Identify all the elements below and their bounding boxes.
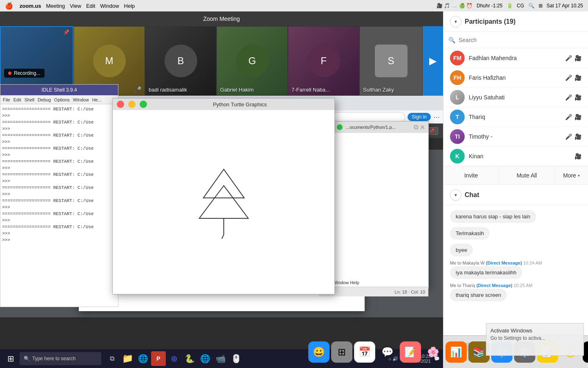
- idle-menu-file[interactable]: File: [3, 97, 10, 102]
- search-icon: 🔍: [448, 37, 455, 43]
- menu-meeting[interactable]: Meeting: [46, 3, 65, 9]
- more-btn[interactable]: More ▾: [555, 166, 588, 184]
- idle-shell-window[interactable]: IDLE Shell 3.9.4 File Edit Shell Debug O…: [0, 84, 118, 307]
- ide2-max-btn[interactable]: [337, 124, 343, 130]
- dock-finder[interactable]: 😀: [308, 341, 330, 363]
- chat-messages: karena harus siap - siap les lain Terima…: [443, 205, 588, 338]
- mic-muted-icon-thariq[interactable]: 🎤: [565, 114, 572, 120]
- participant-name-faris: Faris Hafizhan: [469, 74, 561, 81]
- thumbnail-gabriel[interactable]: G Gabriel Hakim: [216, 26, 288, 96]
- dock-launchpad[interactable]: ⊞: [331, 341, 352, 363]
- ide2-close2-btn[interactable]: ✕: [420, 123, 425, 131]
- idle-line: >>>: [2, 165, 116, 171]
- participant-list: FM Fadhlan Mahendra 🎤 🎥 FH Faris Hafizha…: [443, 48, 588, 166]
- apple-icon[interactable]: 🍎: [5, 2, 13, 10]
- dock-notes-app[interactable]: 📝: [400, 341, 421, 363]
- chat-message-1: karena harus siap - siap les lain: [450, 210, 581, 223]
- participant-name-timothy: Timothy -: [469, 133, 561, 140]
- menu-edit[interactable]: Edit: [86, 3, 95, 9]
- video-muted-icon-faris[interactable]: 🎥: [575, 74, 581, 81]
- taskbar-task-view[interactable]: ⧉: [105, 351, 119, 366]
- ide2-window[interactable]: ...ocuments/Python/1.p... ⧉ ✕ | ...ons W…: [318, 121, 429, 289]
- taskbar-explorer[interactable]: 📁: [120, 351, 135, 366]
- idle-line: ================== RESTART: C:/Use: [2, 171, 116, 178]
- turtle-max-btn[interactable]: [140, 101, 147, 108]
- menu-control[interactable]: ⊞: [539, 3, 543, 9]
- turtle-min-btn[interactable]: [128, 101, 136, 108]
- video-muted-icon-liyyu[interactable]: 🎥: [575, 94, 581, 101]
- idle-menu-debug[interactable]: Debug: [38, 97, 51, 102]
- chat-sender-2: Me to Thariq (Direct Message) 10:25 AM: [450, 283, 581, 288]
- win-search-box[interactable]: 🔍 Type here to search: [20, 352, 101, 365]
- idle-menu-edit[interactable]: Edit: [13, 97, 21, 102]
- recording-indicator: Recording...: [4, 69, 45, 78]
- more-arrow: ▾: [578, 173, 580, 178]
- turtle-title-text: Python Turtle Graphics: [149, 101, 330, 108]
- video-muted-icon-kinan[interactable]: 🎥: [575, 153, 581, 159]
- idle-title-text: IDLE Shell 3.9.4: [4, 87, 115, 93]
- chat-message-dm-1: Me to Makayla W (Direct Message) 10:24 A…: [450, 260, 581, 279]
- taskbar-cursor[interactable]: 🖱️: [229, 351, 243, 366]
- participant-name-kinan: Kinan: [469, 153, 570, 159]
- participants-search-input[interactable]: [459, 37, 583, 43]
- ide2-status-text: Ln: 18 · Col: 10: [394, 289, 425, 294]
- more-browser-btn[interactable]: ⋯: [433, 113, 440, 121]
- mic-muted-icon-timothy[interactable]: 🎤: [565, 133, 572, 140]
- participants-collapse-btn[interactable]: ▾: [450, 16, 461, 27]
- idle-menu-shell[interactable]: Shell: [24, 97, 34, 102]
- taskbar-powerpoint[interactable]: P: [151, 351, 166, 366]
- participant-name-thariq: Thariq: [469, 114, 561, 120]
- turtle-drawing: [183, 157, 265, 247]
- chat-time-2: 10:25 AM: [514, 283, 532, 288]
- idle-menu-he[interactable]: He...: [92, 97, 102, 102]
- idle-menu-window[interactable]: Window: [73, 97, 89, 102]
- idle-line: ================== RESTART: C:/Use: [2, 106, 116, 112]
- dock-keynote[interactable]: 📊: [445, 341, 467, 363]
- turtle-close-btn[interactable]: [117, 101, 124, 108]
- svg-marker-1: [199, 186, 248, 218]
- idle-content[interactable]: ================== RESTART: C:/Use>>>===…: [0, 104, 118, 307]
- thumbnail-farrell[interactable]: F 7-Farrell Naba...: [288, 26, 359, 96]
- turtle-titlebar: Python Turtle Graphics: [113, 99, 334, 110]
- turtle-canvas: [113, 110, 334, 294]
- video-muted-icon-fadhlan[interactable]: 🎥: [575, 55, 581, 61]
- mic-muted-icon-liyyu[interactable]: 🎤: [565, 94, 572, 101]
- ide2-content[interactable]: |: [319, 133, 428, 278]
- taskbar-python[interactable]: 🐍: [182, 351, 197, 366]
- ide2-restore-btn[interactable]: ⧉: [414, 123, 418, 131]
- dock-photos[interactable]: 📅: [354, 341, 375, 363]
- chat-collapse-btn[interactable]: ▾: [450, 189, 461, 201]
- menu-search[interactable]: 🔍: [528, 3, 535, 9]
- taskbar-zoom[interactable]: 📹: [213, 351, 228, 366]
- dock-messages[interactable]: 💬: [377, 341, 398, 363]
- participants-search-bar[interactable]: 🔍: [443, 32, 588, 48]
- next-thumbnail-btn[interactable]: ▶: [423, 26, 443, 96]
- participant-avatar-thariq: T: [450, 110, 465, 124]
- mute-all-btn[interactable]: Mute All: [499, 166, 555, 184]
- thumbnail-badi[interactable]: B badi radisamalik: [145, 26, 216, 96]
- sign-in-btn[interactable]: Sign in: [408, 113, 431, 121]
- mic-muted-icon-faris[interactable]: 🎤: [565, 74, 572, 81]
- mic-muted-icon-fadhlan[interactable]: 🎤: [565, 55, 572, 61]
- chat-message-dm-2: Me to Thariq (Direct Message) 10:25 AM t…: [450, 283, 581, 301]
- idle-menu-options[interactable]: Options: [54, 97, 70, 102]
- right-sidebar: ▾ Participants (19) 🔍 FM Fadhlan Mahendr…: [443, 11, 588, 368]
- participants-section: ▾ Participants (19) 🔍 FM Fadhlan Mahendr…: [443, 11, 588, 185]
- participant-avatar-faris: FH: [450, 70, 465, 85]
- menu-view[interactable]: View: [70, 3, 81, 9]
- participant-item: T Thariq 🎤 🎥: [443, 107, 588, 127]
- win-start-btn[interactable]: ⊞: [3, 351, 18, 366]
- dock-photos2[interactable]: 🌸: [423, 341, 444, 363]
- taskbar-edge[interactable]: 🌐: [198, 351, 212, 366]
- activate-windows-text: Go to Settings to activa...: [490, 335, 579, 341]
- video-muted-icon-timothy[interactable]: 🎥: [575, 133, 581, 140]
- participant-avatar-fadhlan: FM: [450, 51, 465, 65]
- menu-window[interactable]: Window: [100, 3, 119, 9]
- invite-btn[interactable]: Invite: [443, 166, 499, 184]
- taskbar-teams[interactable]: ⊛: [167, 351, 181, 366]
- thumbnail-sulthan[interactable]: S Sulthan Zaky: [359, 26, 423, 96]
- menu-help[interactable]: Help: [124, 3, 135, 9]
- video-muted-icon-thariq[interactable]: 🎥: [575, 114, 581, 120]
- turtle-window[interactable]: Python Turtle Graphics: [112, 98, 335, 294]
- taskbar-chrome[interactable]: 🌐: [136, 351, 150, 366]
